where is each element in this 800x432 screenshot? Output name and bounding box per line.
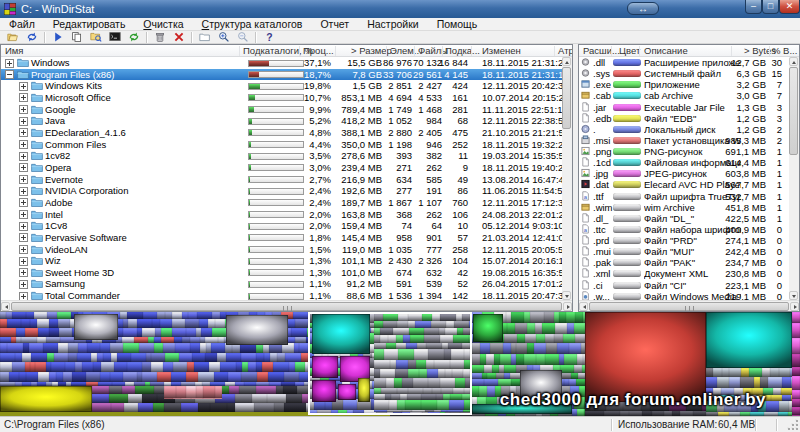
maximize-button[interactable]: □ xyxy=(762,0,779,14)
treemap-block[interactable] xyxy=(427,369,438,378)
treemap-block[interactable] xyxy=(464,349,470,360)
treemap-block[interactable] xyxy=(143,312,157,319)
treemap-block[interactable] xyxy=(410,335,424,343)
treemap-block[interactable] xyxy=(374,378,386,388)
treemap-block[interactable] xyxy=(472,386,479,397)
treemap-block[interactable] xyxy=(152,319,160,328)
extension-row-1cd[interactable]: .1cdФайловая информационн...614,4 MB1 xyxy=(579,157,789,168)
menu-файл[interactable]: Файл xyxy=(0,18,44,31)
treemap-block[interactable] xyxy=(387,410,402,412)
treemap-block[interactable] xyxy=(486,354,494,365)
scroll-up-button[interactable] xyxy=(562,57,571,66)
treemap-block[interactable] xyxy=(454,321,469,328)
treemap-block[interactable] xyxy=(445,328,457,335)
treemap-block[interactable] xyxy=(212,312,220,319)
treemap-block[interactable] xyxy=(472,365,484,373)
treemap-block[interactable] xyxy=(86,372,100,382)
treemap-block[interactable] xyxy=(127,362,142,372)
tree-vertical-scrollbar[interactable] xyxy=(562,57,572,300)
treemap-block[interactable] xyxy=(151,353,165,362)
treemap-block[interactable] xyxy=(256,386,276,394)
treemap-block[interactable] xyxy=(585,312,706,402)
column-header-цвет[interactable]: Цвет xyxy=(619,45,640,57)
treemap-block[interactable] xyxy=(722,368,729,377)
treemap-block[interactable] xyxy=(160,319,172,328)
menu-редактировать[interactable]: Редактировать xyxy=(44,18,135,31)
treemap-block[interactable] xyxy=(0,353,15,362)
tree-row-evernote[interactable]: Evernote2,7%216,9 MB6345854913.08.2014 1… xyxy=(1,174,562,186)
treemap-block[interactable] xyxy=(440,314,456,321)
treemap-block[interactable] xyxy=(575,334,585,343)
treemap-block[interactable] xyxy=(740,377,754,388)
tree-row-sweet-home-3d[interactable]: Sweet Home 3D1,3%101,0 MB6746324219.08.2… xyxy=(1,267,562,279)
treemap-block[interactable] xyxy=(447,410,463,412)
expand-icon[interactable] xyxy=(19,280,28,289)
tree-row-google[interactable]: Google9,9%789,4 MB1 7491 46828111.11.201… xyxy=(1,104,562,116)
expand-icon[interactable] xyxy=(19,93,28,102)
treemap-block[interactable] xyxy=(211,343,225,353)
close-button[interactable]: ✕ xyxy=(779,0,800,14)
treemap-block[interactable] xyxy=(312,356,338,378)
treemap-block[interactable] xyxy=(770,368,779,377)
treemap-block[interactable] xyxy=(54,353,68,362)
cmd-button[interactable] xyxy=(105,31,124,44)
treemap-block[interactable] xyxy=(706,377,717,388)
treemap-block[interactable] xyxy=(464,360,470,369)
treemap-block[interactable] xyxy=(729,368,741,377)
treemap-block[interactable] xyxy=(449,400,464,410)
treemap-block[interactable] xyxy=(257,372,268,382)
treemap-block[interactable] xyxy=(536,334,545,343)
extension-row-png[interactable]: .pngPNG-рисунок691,1 MB1 xyxy=(579,146,789,157)
treemap-block[interactable] xyxy=(741,368,749,377)
treemap-block[interactable] xyxy=(301,353,308,362)
treemap-block[interactable] xyxy=(208,319,215,328)
treemap-block[interactable] xyxy=(569,379,576,386)
treemap-block[interactable] xyxy=(181,403,198,412)
treemap-block[interactable] xyxy=(110,372,123,382)
treemap-block[interactable] xyxy=(198,372,214,382)
treemap-block[interactable] xyxy=(451,349,464,360)
treemap-block[interactable] xyxy=(171,372,186,382)
resume-button[interactable] xyxy=(48,31,67,44)
treemap-block[interactable] xyxy=(228,372,241,382)
scroll-up-button[interactable] xyxy=(789,57,798,66)
treemap-block[interactable] xyxy=(729,377,740,388)
treemap-block[interactable] xyxy=(252,394,267,403)
treemap-block[interactable] xyxy=(511,379,520,386)
treemap-block[interactable] xyxy=(135,386,154,394)
treemap-block[interactable] xyxy=(293,312,308,319)
treemap-block[interactable] xyxy=(276,386,283,394)
treemap-block[interactable] xyxy=(396,335,403,343)
treemap-block[interactable] xyxy=(331,410,338,415)
treemap-block[interactable] xyxy=(462,314,470,321)
scroll-left-button[interactable] xyxy=(579,302,588,311)
treemap-block[interactable] xyxy=(286,394,302,403)
expand-icon[interactable] xyxy=(19,128,28,137)
explorer-button[interactable] xyxy=(86,31,105,44)
tree-row-java[interactable]: Java5,2%418,2 MB1 0529846812.11.2015 22:… xyxy=(1,115,562,127)
treemap-block[interactable] xyxy=(516,354,524,365)
treemap-block[interactable] xyxy=(172,312,182,319)
treemap-block[interactable] xyxy=(285,353,301,362)
treemap-block[interactable] xyxy=(706,368,713,377)
treemap-block[interactable] xyxy=(277,353,285,362)
treemap-block[interactable] xyxy=(408,360,416,369)
treemap-block[interactable] xyxy=(114,362,127,372)
treemap-block[interactable] xyxy=(507,323,515,334)
treemap-block[interactable] xyxy=(26,312,34,319)
treemap-block[interactable] xyxy=(164,403,181,412)
treemap-block[interactable] xyxy=(317,410,331,415)
treemap-block[interactable] xyxy=(268,372,284,382)
treemap-block[interactable] xyxy=(527,343,534,354)
treemap-block[interactable] xyxy=(210,403,227,412)
treemap-block[interactable] xyxy=(142,394,157,403)
treemap-block[interactable] xyxy=(504,365,516,373)
treemap-block[interactable] xyxy=(546,343,557,354)
treemap-block[interactable] xyxy=(262,362,273,372)
treemap-block[interactable] xyxy=(165,312,172,319)
treemap-block[interactable] xyxy=(422,314,432,321)
treemap-block[interactable] xyxy=(176,386,186,398)
treemap-block[interactable] xyxy=(511,312,524,323)
treemap-block[interactable] xyxy=(431,321,446,328)
menu-структура-каталогов[interactable]: Структура каталогов xyxy=(193,18,312,31)
